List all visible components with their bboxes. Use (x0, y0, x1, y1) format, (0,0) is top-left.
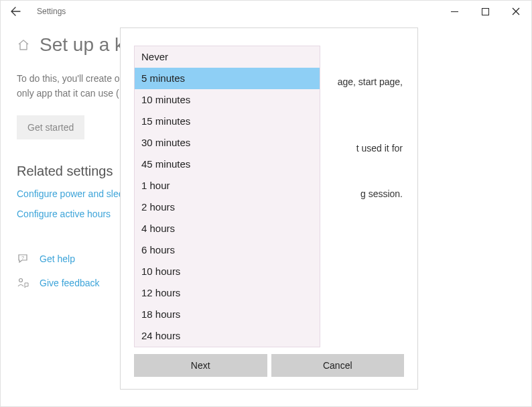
back-arrow-icon (10, 6, 21, 17)
chat-help-icon: ? (17, 253, 29, 265)
dialog-button-row: Next Cancel (134, 354, 404, 377)
window-title: Settings (37, 7, 66, 16)
timeout-dialog: age, start page, t used it for g session… (120, 27, 418, 390)
get-started-button[interactable]: Get started (17, 115, 84, 139)
link-give-feedback[interactable]: Give feedback (40, 278, 100, 288)
timeout-option[interactable]: 1 hour (135, 175, 320, 196)
minimize-icon (451, 8, 458, 15)
timeout-option[interactable]: 5 minutes (135, 68, 320, 89)
svg-point-2 (19, 279, 23, 282)
timeout-option[interactable]: 4 hours (135, 218, 320, 239)
timeout-option[interactable]: 24 hours (135, 325, 320, 347)
timeout-option[interactable]: 18 hours (135, 304, 320, 325)
timeout-option[interactable]: 45 minutes (135, 154, 320, 175)
cancel-button[interactable]: Cancel (271, 354, 405, 377)
timeout-option[interactable]: 12 hours (135, 282, 320, 304)
timeout-option[interactable]: 6 hours (135, 239, 320, 261)
timeout-option[interactable]: 30 minutes (135, 132, 320, 154)
titlebar: Settings (1, 1, 531, 22)
svg-rect-0 (482, 8, 488, 15)
link-get-help[interactable]: Get help (40, 253, 75, 264)
timeout-option[interactable]: 10 minutes (135, 89, 320, 111)
next-button[interactable]: Next (134, 354, 267, 377)
timeout-option[interactable]: 15 minutes (135, 111, 320, 132)
timeout-listbox[interactable]: Never5 minutes10 minutes15 minutes30 min… (134, 46, 320, 347)
dialog-obscured-text-2: t used it for (356, 143, 403, 154)
dialog-obscured-text-1: age, start page, (338, 76, 403, 87)
timeout-option[interactable]: 10 hours (135, 261, 320, 282)
close-icon (512, 7, 520, 15)
timeout-option[interactable]: Never (135, 46, 320, 68)
timeout-option[interactable]: 2 hours (135, 196, 320, 218)
back-button[interactable] (1, 1, 30, 22)
maximize-button[interactable] (470, 1, 501, 22)
minimize-button[interactable] (439, 1, 470, 22)
window-controls (439, 1, 531, 22)
svg-text:?: ? (21, 255, 24, 260)
dialog-obscured-text-3: g session. (360, 188, 403, 199)
close-button[interactable] (501, 1, 531, 22)
feedback-icon (17, 277, 29, 289)
maximize-icon (482, 8, 489, 15)
home-icon (17, 38, 30, 52)
